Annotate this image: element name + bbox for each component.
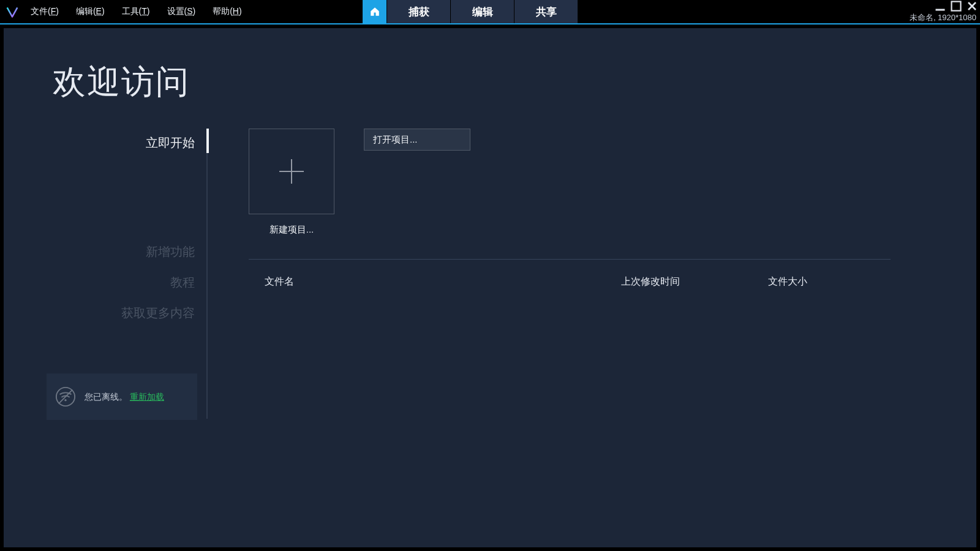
- divider: [249, 259, 891, 260]
- start-panel: 新建项目... 打开项目... 文件名 上次修改时间 文件大小: [249, 129, 891, 288]
- offline-banner: 您已离线。 重新加载: [47, 373, 197, 420]
- maximize-button[interactable]: [951, 1, 962, 12]
- sidebar-rail-indicator: [206, 129, 209, 153]
- close-button[interactable]: [967, 1, 978, 12]
- svg-rect-0: [936, 9, 945, 11]
- col-filename[interactable]: 文件名: [249, 276, 621, 288]
- new-project-tile[interactable]: 新建项目...: [249, 129, 334, 236]
- offline-icon: [55, 386, 76, 407]
- open-project-button[interactable]: 打开项目...: [364, 129, 470, 151]
- sidebar-item-tutorials[interactable]: 教程: [47, 267, 212, 298]
- sidebar-item-whatsnew[interactable]: 新增功能: [47, 236, 212, 267]
- sidebar-item-start[interactable]: 立即开始: [47, 127, 212, 158]
- mode-edit[interactable]: 编辑: [451, 0, 514, 23]
- sidebar-rail: [206, 129, 208, 419]
- svg-point-3: [64, 399, 66, 401]
- home-icon: [369, 6, 380, 17]
- plus-icon: [274, 154, 309, 189]
- welcome-sidebar: 立即开始 新增功能 教程 获取更多内容: [47, 127, 212, 328]
- sidebar-item-getmore[interactable]: 获取更多内容: [47, 298, 212, 328]
- document-status: 未命名, 1920*1080: [910, 12, 976, 23]
- welcome-title: 欢迎访问: [53, 60, 190, 105]
- mode-home[interactable]: [363, 0, 387, 23]
- recent-table-header: 文件名 上次修改时间 文件大小: [249, 276, 891, 288]
- title-bar: 文件(F) 编辑(E) 工具(T) 设置(S) 帮助(H) 捕获 编辑 共享 未…: [0, 0, 980, 24]
- offline-reload-link[interactable]: 重新加载: [130, 392, 164, 402]
- app-logo-icon: [0, 6, 24, 18]
- window-controls: [935, 1, 978, 12]
- mode-tabs: 捕获 编辑 共享: [363, 0, 578, 23]
- menu-edit[interactable]: 编辑(E): [70, 4, 111, 20]
- menu-tools[interactable]: 工具(T): [116, 4, 156, 20]
- new-project-label: 新建项目...: [249, 224, 334, 236]
- mode-share[interactable]: 共享: [514, 0, 578, 23]
- menu-settings[interactable]: 设置(S): [161, 4, 202, 20]
- menu-file[interactable]: 文件(F): [24, 4, 65, 20]
- svg-rect-1: [952, 2, 961, 11]
- mode-capture[interactable]: 捕获: [387, 0, 451, 23]
- main-menu: 文件(F) 编辑(E) 工具(T) 设置(S) 帮助(H): [24, 4, 248, 20]
- col-modified[interactable]: 上次修改时间: [621, 276, 768, 288]
- offline-message: 您已离线。: [85, 392, 127, 402]
- menu-help[interactable]: 帮助(H): [206, 4, 247, 20]
- welcome-stage: 欢迎访问 立即开始 新增功能 教程 获取更多内容 新建项目... 打开项目...…: [4, 28, 976, 547]
- minimize-button[interactable]: [935, 1, 946, 12]
- col-size[interactable]: 文件大小: [768, 276, 891, 288]
